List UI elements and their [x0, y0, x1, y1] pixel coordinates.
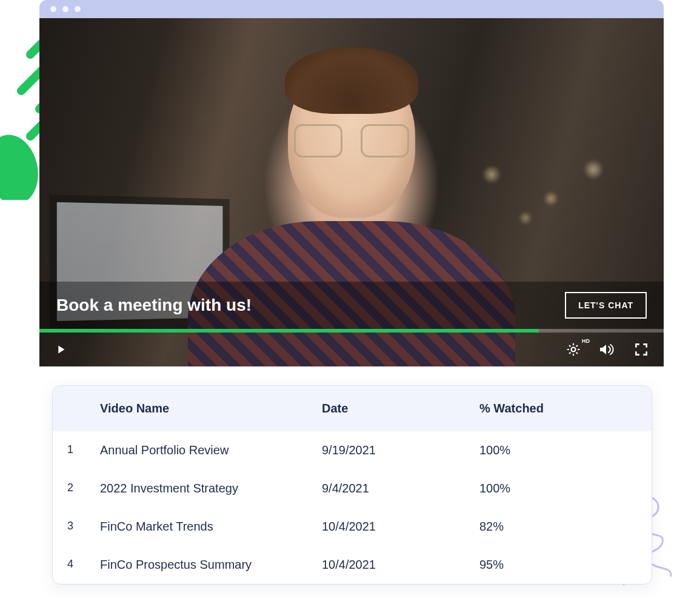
window-dot-icon: [50, 6, 56, 12]
settings-gear-icon[interactable]: HD: [566, 342, 581, 357]
browser-window: Book a meeting with us! LET'S CHAT HD: [39, 0, 664, 366]
row-index: 2: [67, 482, 100, 495]
lets-chat-button[interactable]: LET'S CHAT: [565, 292, 647, 319]
row-video-name: Annual Portfolio Review: [100, 443, 322, 457]
row-date: 10/4/2021: [322, 558, 479, 572]
col-date: Date: [322, 402, 479, 416]
volume-icon[interactable]: [598, 342, 616, 357]
window-dot-icon: [75, 6, 81, 12]
svg-point-0: [0, 130, 44, 200]
cta-text: Book a meeting with us!: [56, 296, 252, 315]
table-row: 3 FinCo Market Trends 10/4/2021 82%: [53, 508, 652, 546]
row-watched: 95%: [479, 558, 637, 572]
row-date: 9/19/2021: [322, 443, 479, 457]
row-date: 10/4/2021: [322, 520, 479, 534]
row-index: 4: [67, 558, 100, 572]
row-watched: 82%: [479, 520, 637, 534]
video-player[interactable]: Book a meeting with us! LET'S CHAT HD: [39, 18, 664, 366]
row-video-name: 2022 Investment Strategy: [100, 482, 322, 495]
row-video-name: FinCo Prospectus Summary: [100, 558, 322, 572]
table-row: 4 FinCo Prospectus Summary 10/4/2021 95%: [53, 546, 652, 584]
window-dot-icon: [62, 6, 68, 12]
video-controls: HD: [39, 333, 664, 366]
row-date: 9/4/2021: [322, 482, 479, 495]
table-row: 1 Annual Portfolio Review 9/19/2021 100%: [53, 431, 652, 469]
row-video-name: FinCo Market Trends: [100, 520, 322, 534]
video-analytics-table: Video Name Date % Watched 1 Annual Portf…: [52, 385, 652, 585]
row-watched: 100%: [479, 443, 637, 457]
table-body: 1 Annual Portfolio Review 9/19/2021 100%…: [53, 431, 652, 584]
play-icon[interactable]: [54, 343, 67, 356]
row-index: 1: [67, 443, 100, 457]
row-index: 3: [67, 520, 100, 534]
table-row: 2 2022 Investment Strategy 9/4/2021 100%: [53, 469, 652, 508]
hd-badge: HD: [582, 338, 590, 344]
browser-title-bar: [39, 0, 664, 18]
video-cta-overlay: Book a meeting with us! LET'S CHAT: [39, 282, 664, 329]
col-video-name: Video Name: [100, 402, 322, 416]
row-watched: 100%: [479, 482, 637, 495]
table-header-row: Video Name Date % Watched: [53, 386, 652, 431]
svg-point-9: [572, 348, 576, 352]
fullscreen-icon[interactable]: [633, 342, 649, 357]
col-watched: % Watched: [479, 402, 637, 416]
